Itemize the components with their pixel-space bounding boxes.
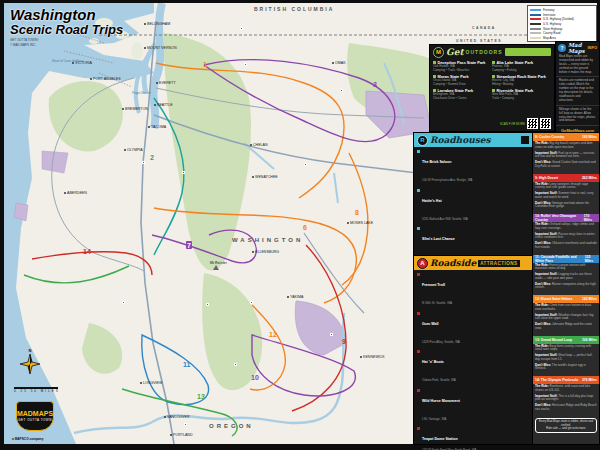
- scale-bar: 0 25 50 MILES: [14, 387, 60, 393]
- trip-section[interactable]: 13: Grand Mound Loop 106 Miles The Ride:…: [533, 336, 599, 376]
- route-number-badge[interactable]: 8: [354, 208, 360, 216]
- route-number-badge[interactable]: 6: [302, 223, 308, 231]
- city-label: SEATTLE: [154, 103, 173, 107]
- trip-body: The Ride: Forest canyon twisties with mo…: [533, 263, 599, 295]
- madmaps-logo: MADMAPS GET OUTTA TOWN: [16, 401, 54, 435]
- region-label: WASHINGTON: [232, 237, 303, 243]
- poi-marker[interactable]: [244, 63, 247, 66]
- poi-marker[interactable]: [250, 301, 253, 304]
- route-number-badge[interactable]: 2: [149, 153, 155, 161]
- info-header: ? Mad Maps INFO: [556, 42, 599, 53]
- outdoors-item[interactable]: Riverside State Park Nine Mile Falls, WA…: [492, 89, 549, 100]
- attraction-item[interactable]: Teapot Dome Station 117 First Ave, Zilla…: [417, 426, 529, 450]
- panel-trip-descriptions: 8: Coulee Country 195 Miles The Ride: Bi…: [533, 133, 599, 444]
- outdoors-item[interactable]: Moran State Park Orcas Island, WA Campin…: [433, 75, 490, 86]
- city-label: BELLINGHAM: [144, 22, 170, 26]
- legend-line-symbol: [530, 14, 541, 16]
- route-number-badge[interactable]: 12: [268, 330, 278, 338]
- poi-marker[interactable]: [206, 303, 209, 306]
- route-number-badge[interactable]: 13: [196, 392, 206, 400]
- roadhouse-item[interactable]: The Brick Saloon 100 W Pennsylvania Ave,…: [417, 149, 529, 185]
- attraction-item[interactable]: Gum Wall 1428 Post Alley, Seattle, WA: [417, 311, 529, 347]
- city-dot: [64, 192, 66, 194]
- trip-section[interactable]: 12: Mount Saint Helens 142 Miles The Rid…: [533, 295, 599, 335]
- city-dot: [154, 104, 156, 106]
- trip-header: 12: Mount Saint Helens 142 Miles: [533, 295, 599, 303]
- water-label: Puget Sound: [132, 91, 150, 95]
- poi-marker[interactable]: [240, 27, 243, 30]
- title-sub2: © MAD MAPS INC.: [10, 43, 123, 47]
- route-number-badge[interactable]: 10: [250, 373, 260, 381]
- outdoors-item[interactable]: Larrabee State Park Bellingham, WA Chuck…: [433, 89, 490, 100]
- city-dot: [156, 82, 158, 84]
- legend-label: State Highway: [543, 27, 562, 31]
- city-label: BREMERTON: [122, 107, 148, 111]
- legend-line-symbol: [530, 23, 541, 25]
- map-title: Washington Scenic Road Trips GET OUTTA T…: [10, 7, 123, 47]
- poi-marker[interactable]: [182, 171, 185, 174]
- city-label: VICTORIA: [72, 61, 92, 65]
- city-dot: [122, 108, 124, 110]
- attraction-item[interactable]: Hat 'n' Boots Oxbow Park, Seattle, WA: [417, 349, 529, 385]
- poi-marker[interactable]: [304, 163, 307, 166]
- outdoors-item[interactable]: Alta Lake State Park Pateros, WA Camping…: [492, 61, 549, 72]
- route-number-badge[interactable]: 11: [182, 360, 191, 368]
- roadhouse-item[interactable]: Hattie's Hat 5231 Ballard Ave NW, Seattl…: [417, 188, 529, 224]
- poi-marker[interactable]: [330, 333, 333, 336]
- question-icon: ?: [558, 44, 566, 52]
- panel-roadhouses: R Roadhouses The Brick Saloon 100 W Penn…: [414, 133, 532, 255]
- legend-line-symbol: [530, 37, 541, 39]
- city-dot: [90, 78, 92, 80]
- outdoors-item[interactable]: Deception Pass State Park Oak Harbor, WA…: [433, 61, 490, 72]
- trip-body: The Ride: Easy farm-country cruising wit…: [533, 344, 599, 376]
- trip-body: The Ride: Long sweepers through sage cou…: [533, 182, 599, 214]
- attraction-item[interactable]: Wild Horse Monument I-90, Vantage, WA: [417, 388, 529, 424]
- city-label: CHELAN: [250, 143, 268, 147]
- trip-section[interactable]: 10: Rollin' thru Okanogan Country 170 Mi…: [533, 214, 599, 254]
- poi-marker[interactable]: [122, 301, 125, 304]
- legend-label: U.S. Highway: [543, 22, 561, 26]
- region-label: BRITISH COLUMBIA: [254, 6, 334, 12]
- city-label: VANCOUVER: [164, 415, 190, 419]
- info-paragraph: Mileage shown is for the full loop as dr…: [556, 106, 599, 127]
- city-label: MOUNT VERNON: [144, 46, 176, 50]
- outdoors-item[interactable]: Steamboat Rock State Park Electric City,…: [492, 75, 549, 86]
- route-number-badge[interactable]: 3: [372, 80, 378, 88]
- route-number-badge[interactable]: 1: [202, 60, 208, 68]
- trip-section[interactable]: 8: Coulee Country 195 Miles The Ride: Bi…: [533, 133, 599, 173]
- city-dot: [144, 47, 146, 49]
- city-label: OLYMPIA: [124, 148, 143, 152]
- trip-header: 8: Coulee Country 195 Miles: [533, 133, 599, 141]
- red-bullet-icon: [417, 427, 420, 430]
- route-number-badge[interactable]: 14: [82, 247, 92, 255]
- trip-section[interactable]: 9: High Desert 262 Miles The Ride: Long …: [533, 174, 599, 214]
- title-sub1: GET OUTTA TOWN®: [10, 38, 123, 42]
- city-label: PORT ANGELES: [90, 77, 121, 81]
- cyan-bullet-icon: [417, 227, 420, 230]
- trip-miles: 106 Miles: [582, 338, 597, 342]
- attractions-header: A Roadside ATTRACTIONS: [414, 256, 532, 270]
- legend-label: U.S. Highway (Divided): [543, 17, 574, 21]
- poi-marker[interactable]: [184, 423, 187, 426]
- trip-header: 13: Grand Mound Loop 106 Miles: [533, 336, 599, 344]
- trip-miles: 376 Miles: [582, 378, 597, 382]
- trip-header: 14: The Olympic Peninsula 376 Miles: [533, 376, 599, 384]
- trip-body: The Ride: Orchard valleys, ridge climbs …: [533, 222, 599, 254]
- title-line1: Washington: [10, 7, 123, 23]
- city-dot: [170, 434, 172, 436]
- verified-note: Every Mad Maps route is ridden, driven a…: [535, 418, 597, 434]
- trip-header: 9: High Desert 262 Miles: [533, 174, 599, 182]
- poi-marker[interactable]: [234, 363, 237, 366]
- legend-label: County Road: [543, 31, 561, 35]
- trip-section[interactable]: 14: The Olympic Peninsula 376 Miles The …: [533, 376, 599, 416]
- poi-marker[interactable]: [340, 89, 343, 92]
- route-number-badge[interactable]: 7: [186, 241, 192, 249]
- qr-code[interactable]: [540, 118, 551, 129]
- outdoors-header-bar: [505, 48, 551, 56]
- poi-marker[interactable]: [142, 161, 145, 164]
- route-number-badge[interactable]: 9: [341, 337, 347, 345]
- qr-code[interactable]: [527, 118, 538, 129]
- city-dot: [360, 356, 362, 358]
- attraction-item[interactable]: Fremont Troll N 36th St, Seattle, WA: [417, 272, 529, 308]
- trip-section[interactable]: 11: Cascade Foothills and White Pass 135…: [533, 255, 599, 295]
